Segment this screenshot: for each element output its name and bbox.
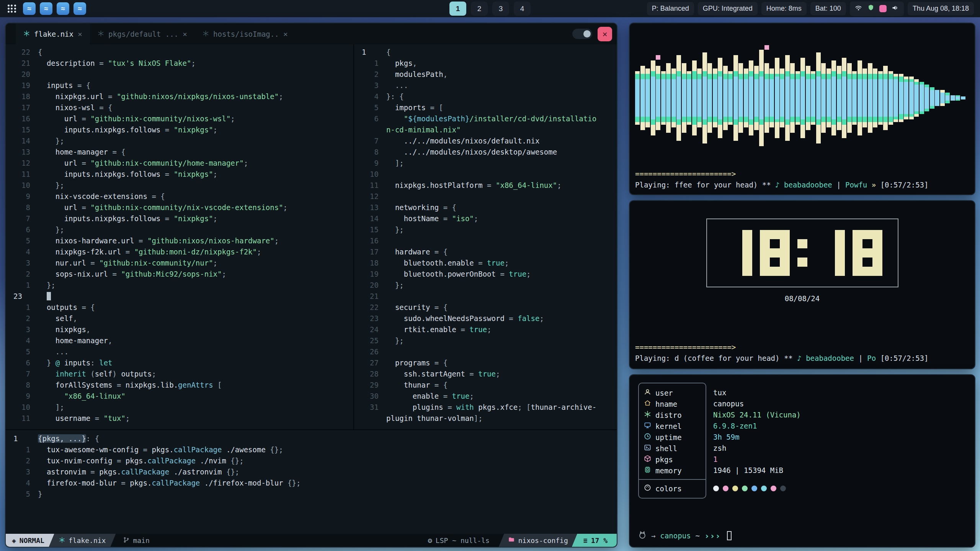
workspace-tag-1[interactable]: 1 [449, 2, 466, 16]
tab-close-icon[interactable]: × [283, 29, 288, 39]
branch-label: main [133, 536, 149, 544]
code-line: 3 nur.url = "github:nix-community/nur"; [13, 258, 353, 269]
prompt-chevrons: ››› [704, 531, 721, 541]
gpu-status: GPU: Integrated [698, 2, 758, 15]
code-line: 31 plugins = with pkgs.xfce; [thunar-arc… [361, 402, 617, 413]
viz-bar [759, 77, 764, 119]
fetch-row-memory: memory [639, 465, 706, 476]
viz-bar [826, 79, 831, 117]
app-launcher-grid-icon[interactable] [8, 5, 16, 13]
code-line: 1{ [361, 47, 617, 58]
viz-bar [858, 79, 862, 117]
code-line: 19 inputs = { [13, 80, 353, 91]
pane-pkgs-default: 1{pkgs, ...}: {1 tux-awesome-wm-config =… [6, 429, 617, 534]
code-line: 4 home-manager, [13, 335, 353, 346]
tab-pkgs-default[interactable]: pkgs/default ... × [90, 23, 195, 44]
toggle-switch[interactable] [572, 29, 592, 39]
viz-bar [935, 90, 939, 106]
nix-snowflake-icon [23, 30, 30, 38]
code-line: 12 [361, 191, 617, 202]
viz-bar [687, 79, 691, 117]
color-dot [742, 486, 748, 491]
color-picker-icon[interactable] [879, 5, 887, 12]
workspace-tag-3[interactable]: 3 [492, 2, 509, 16]
code-line: 4 firefox-mod-blur = pkgs.callPackage ./… [13, 478, 617, 489]
fetch-value-memory: 1946 | 15394 MiB [713, 465, 801, 476]
app-icon-4[interactable]: ≈ [74, 2, 86, 15]
workspace-tag-4[interactable]: 4 [514, 2, 531, 16]
code-line: 23 [13, 291, 353, 302]
mode-label: NORMAL [20, 536, 44, 544]
color-dot [713, 486, 719, 491]
app-icon-1[interactable]: ≈ [23, 2, 36, 15]
tab-hosts-isoimage[interactable]: hosts/isoImag.. × [195, 23, 296, 44]
shield-icon[interactable] [867, 4, 875, 13]
desktop: ≈ ≈ ≈ ≈ 1 2 3 4 P: Balanced GPU: Integra… [0, 0, 980, 551]
viz-bar [924, 87, 929, 109]
color-dot [751, 486, 757, 491]
code-line: 5} [13, 489, 617, 500]
color-dot [780, 486, 786, 491]
pane-iso-image: 1{1 pkgs,2 modulesPath,3 ...4}: {5 impor… [353, 44, 617, 429]
clock-digit [853, 230, 882, 276]
fetch-box: user hname distro kernel uptime [638, 383, 706, 499]
viz-bar [945, 95, 950, 101]
fetch-row-user: user [639, 387, 706, 398]
code-line: 29 thunar = { [361, 380, 617, 391]
viz-bar [806, 79, 810, 117]
code-line: 17 hardware = { [361, 246, 617, 258]
code-line: plugin thunar-volman]; [361, 413, 617, 424]
viz-bar [775, 77, 779, 119]
code-line: 25 }; [361, 335, 617, 346]
code-line: 10 }; [13, 180, 353, 191]
viz-bar [692, 79, 697, 117]
viz-bar [749, 77, 753, 119]
workspace-tag-2[interactable]: 2 [471, 2, 488, 16]
code-line: 15 inputs.nixpkgs.follows = "nixpkgs"; [13, 124, 353, 135]
fetch-divider [639, 479, 706, 480]
code-line: 5 ... [13, 346, 353, 357]
app-icon-2[interactable]: ≈ [40, 2, 52, 15]
viz-bar [754, 79, 759, 117]
speaker-icon[interactable] [891, 4, 899, 14]
code-line: 22 security = { [361, 302, 617, 313]
tab-label: hosts/isoImag.. [213, 30, 279, 38]
home-icon [644, 399, 651, 408]
tab-close-icon[interactable]: × [78, 29, 82, 39]
viz-bar [914, 85, 919, 111]
wifi-icon[interactable] [854, 4, 862, 14]
viz-bar [666, 79, 671, 117]
viz-bar [800, 77, 805, 119]
code-line: 16 [361, 235, 617, 246]
tray-icons [850, 2, 904, 16]
viz-bar [852, 79, 857, 117]
tab-close-icon[interactable]: × [183, 29, 187, 39]
fetch-row-shell: shell [639, 443, 706, 454]
viz-bar [842, 77, 846, 119]
code-line: 11 nixpkgs.hostPlatform = "x86_64-linux"… [361, 180, 617, 191]
code-line: 4}: { [361, 91, 617, 102]
clock-frame [706, 218, 898, 287]
viz-bar [873, 79, 877, 117]
close-window-button[interactable]: ✕ [598, 27, 612, 41]
code-line: 5 nixos-hardware.url = "github:nixos/nix… [13, 235, 353, 246]
editor-tabbar: flake.nix × pkgs/default ... × hosts/iso… [6, 23, 617, 44]
code-line: 30 enable = true; [361, 391, 617, 402]
code-line: 24 rtkit.enable = true; [361, 324, 617, 335]
window-controls: ✕ [572, 27, 612, 41]
code-line: 20 }; [361, 280, 617, 291]
tab-flake-nix[interactable]: flake.nix × [16, 23, 90, 44]
now-playing-line: Playing: d (coffee for your head) ** ♪ b… [635, 353, 969, 364]
app-icon-3[interactable]: ≈ [57, 2, 69, 15]
viz-bar [769, 79, 774, 117]
branch-icon [123, 536, 129, 544]
shell-prompt[interactable]: → canopus ~ ››› [638, 530, 966, 541]
clock-window: 08/08/24 ======================> Playing… [629, 200, 975, 369]
git-branch: main [116, 534, 157, 547]
clock-digit [760, 230, 790, 276]
fetch-row-pkgs: pkgs [639, 454, 706, 465]
snowflake-icon [644, 411, 651, 419]
code-region: 22{21 description = "tux's NixOS Flake";… [6, 44, 617, 534]
code-line: 18 bluetooth.enable = true; [361, 258, 617, 269]
scroll-percent: ≡ 17 % [572, 534, 617, 547]
